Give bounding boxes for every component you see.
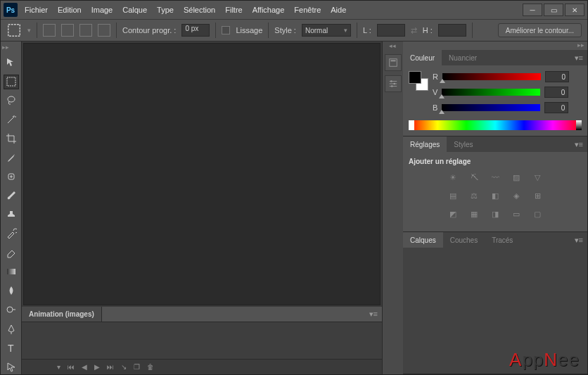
antialias-checkbox[interactable] <box>222 26 230 34</box>
history-panel-icon[interactable] <box>385 54 402 71</box>
menu-help[interactable]: Aide <box>331 6 346 14</box>
brush-tool[interactable] <box>4 189 19 203</box>
tool-preset-chevron-icon[interactable]: ▾ <box>27 27 31 34</box>
animation-frames-area[interactable] <box>22 322 382 359</box>
anim-newframe-icon[interactable]: ❐ <box>134 363 140 371</box>
v-value[interactable]: 0 <box>544 87 568 98</box>
layers-panel-menu-icon[interactable]: ▾≡ <box>570 232 587 248</box>
foreground-color-swatch[interactable] <box>409 71 421 84</box>
tab-paths[interactable]: Tracés <box>485 232 520 248</box>
tab-swatches[interactable]: Nuancier <box>442 50 484 65</box>
adj-selective-icon[interactable]: ▢ <box>531 208 544 220</box>
stamp-tool[interactable] <box>4 208 19 222</box>
swap-icon[interactable]: ⇄ <box>411 26 417 35</box>
healing-tool[interactable] <box>4 170 19 184</box>
menu-file[interactable]: Fichier <box>25 6 48 14</box>
adj-curves-icon[interactable]: 〰 <box>489 171 501 184</box>
menu-selection[interactable]: Sélection <box>184 6 215 14</box>
adj-vibrance-icon[interactable]: ▽ <box>531 171 544 184</box>
b-slider[interactable] <box>442 104 540 111</box>
adj-channel-mixer-icon[interactable]: ⊞ <box>531 189 544 202</box>
adj-threshold-icon[interactable]: ◨ <box>489 208 501 220</box>
color-spectrum[interactable] <box>409 120 582 130</box>
move-tool[interactable] <box>4 55 19 70</box>
anim-play-icon[interactable]: ▶ <box>94 363 100 371</box>
adj-exposure-icon[interactable]: ▨ <box>510 171 523 184</box>
tab-channels[interactable]: Couches <box>443 232 485 248</box>
lasso-tool[interactable] <box>4 94 19 108</box>
style-select[interactable]: Normal▾ <box>302 24 351 37</box>
window-close-button[interactable]: ✕ <box>565 4 584 16</box>
adj-levels-icon[interactable]: ⛏ <box>468 171 480 184</box>
height-input[interactable] <box>438 24 466 37</box>
active-tool-icon[interactable] <box>6 23 22 38</box>
adj-gradient-map-icon[interactable]: ▭ <box>510 208 523 220</box>
adjust-panel-menu-icon[interactable]: ▾≡ <box>570 136 587 152</box>
menu-type[interactable]: Type <box>157 6 174 14</box>
r-value[interactable]: 0 <box>545 71 569 82</box>
canvas[interactable] <box>23 43 381 305</box>
pen-tool[interactable] <box>4 322 19 336</box>
dodge-tool[interactable] <box>4 303 19 317</box>
selection-subtract-icon[interactable] <box>79 24 92 37</box>
adj-hue-icon[interactable]: ▤ <box>447 189 459 202</box>
b-value[interactable]: 0 <box>544 102 568 113</box>
feather-input[interactable]: 0 px <box>181 24 210 37</box>
blur-tool[interactable] <box>4 284 19 298</box>
selection-new-icon[interactable] <box>43 24 56 37</box>
menu-image[interactable]: Image <box>91 6 113 14</box>
toolbox-collapse-icon[interactable]: ▸▸ <box>2 44 9 51</box>
svg-rect-1 <box>7 77 15 86</box>
adj-balance-icon[interactable]: ⚖ <box>468 189 480 202</box>
history-brush-tool[interactable] <box>4 227 19 241</box>
window-minimize-button[interactable]: ─ <box>523 4 542 16</box>
adj-brightness-icon[interactable]: ☀ <box>447 171 459 184</box>
marquee-tool[interactable] <box>4 75 19 89</box>
menu-layer[interactable]: Calque <box>122 6 147 14</box>
properties-panel-icon[interactable] <box>385 75 402 92</box>
menu-edit[interactable]: Edition <box>58 6 82 14</box>
type-tool[interactable]: T <box>4 341 19 355</box>
animation-panel-menu-icon[interactable]: ▾≡ <box>365 310 382 319</box>
path-select-tool[interactable] <box>4 360 19 374</box>
tab-color[interactable]: Couleur <box>403 50 442 65</box>
panels-collapse-icon[interactable]: ▸▸ <box>577 42 584 50</box>
eyedropper-tool[interactable] <box>4 151 19 165</box>
eraser-tool[interactable] <box>4 246 19 260</box>
animation-tab[interactable]: Animation (images) <box>22 307 102 322</box>
r-slider[interactable] <box>442 73 541 80</box>
tab-adjustments[interactable]: Réglages <box>403 136 447 152</box>
document-area: Animation (images) ▾≡ ▾ ⏮ ◀ ▶ ⏭ ↘ ❐ 🗑 <box>22 42 382 374</box>
anim-tween-icon[interactable]: ↘ <box>121 363 127 371</box>
midstrip-collapse-icon[interactable]: ◂◂ <box>389 42 396 49</box>
color-panel-menu-icon[interactable]: ▾≡ <box>570 50 587 65</box>
refine-edge-button[interactable]: Améliorer le contour... <box>498 23 582 37</box>
magic-wand-tool[interactable] <box>4 113 19 127</box>
crop-tool[interactable] <box>4 132 19 146</box>
adj-bw-icon[interactable]: ◧ <box>489 189 501 202</box>
v-label: V <box>433 88 437 96</box>
tab-styles[interactable]: Styles <box>447 136 480 152</box>
adjustments-title: Ajouter un réglage <box>409 158 582 165</box>
adj-invert-icon[interactable]: ◩ <box>447 208 459 220</box>
menu-filter[interactable]: Filtre <box>225 6 242 14</box>
width-input[interactable] <box>377 24 405 37</box>
v-slider[interactable] <box>442 89 540 96</box>
anim-delete-icon[interactable]: 🗑 <box>147 363 154 371</box>
anim-next-icon[interactable]: ⏭ <box>107 363 114 371</box>
menu-window[interactable]: Fenêtre <box>294 6 321 14</box>
adjustments-panel: Réglages Styles ▾≡ Ajouter un réglage ☀ … <box>403 136 587 232</box>
svg-rect-0 <box>8 25 20 37</box>
anim-loop-icon[interactable]: ▾ <box>57 363 60 371</box>
menu-view[interactable]: Affichage <box>253 6 285 14</box>
adj-photo-filter-icon[interactable]: ◈ <box>510 189 523 202</box>
anim-prev-icon[interactable]: ◀ <box>82 363 87 371</box>
adj-posterize-icon[interactable]: ▦ <box>468 208 480 220</box>
foreground-background-swatch[interactable] <box>409 71 428 91</box>
tab-layers[interactable]: Calques <box>403 232 443 248</box>
selection-add-icon[interactable] <box>61 24 74 37</box>
selection-intersect-icon[interactable] <box>98 24 110 37</box>
anim-first-icon[interactable]: ⏮ <box>68 363 75 371</box>
window-maximize-button[interactable]: ▭ <box>544 4 563 16</box>
gradient-tool[interactable] <box>4 265 19 279</box>
